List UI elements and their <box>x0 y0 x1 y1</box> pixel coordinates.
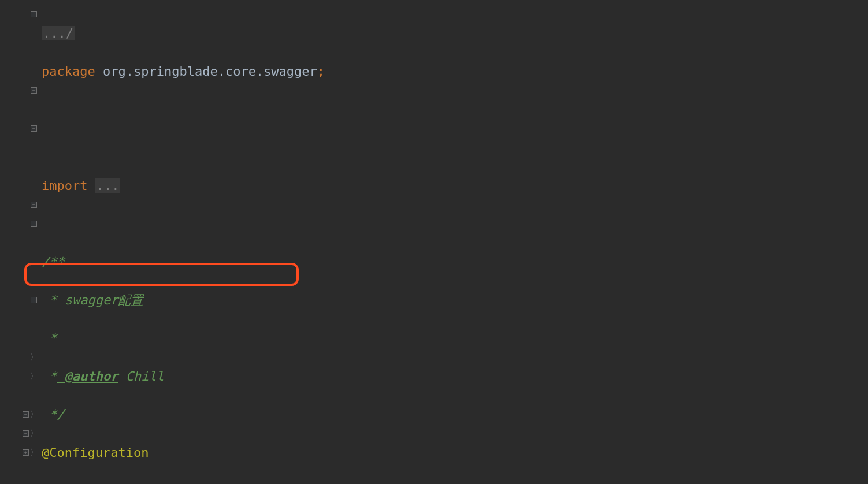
arrow-icon[interactable]: 〉 <box>30 424 37 443</box>
semicolon: ; <box>317 64 325 79</box>
arrow-icon[interactable]: 〉 <box>30 367 37 386</box>
import-keyword: import <box>42 178 87 193</box>
arrow-icon[interactable]: 〉 <box>30 348 37 367</box>
arrow-icon[interactable]: 〉 <box>30 405 37 424</box>
javadoc: */ <box>42 407 65 422</box>
fold-collapse-icon[interactable]: − <box>31 125 37 132</box>
folded-region[interactable]: ... <box>95 178 121 193</box>
annotation: @Configuration <box>42 445 149 460</box>
javadoc: * <box>42 331 57 345</box>
arrow-icon[interactable]: 〉 <box>30 443 37 462</box>
fold-end-icon[interactable]: − <box>23 430 29 437</box>
package-name: org.springblade.core.swagger <box>103 64 317 79</box>
javadoc: * <box>42 369 57 384</box>
fold-expand-icon[interactable]: + <box>23 449 29 456</box>
code-editor: + + − − − − 〉 〉 −〉 −〉 +〉 .../ package or… <box>0 0 868 484</box>
javadoc: /** <box>42 255 65 269</box>
package-keyword: package <box>42 64 95 79</box>
javadoc: * <box>42 293 57 307</box>
fold-end-icon[interactable]: − <box>31 297 37 303</box>
code-area[interactable]: .../ package org.springblade.core.swagge… <box>39 0 681 484</box>
fold-collapse-icon[interactable]: − <box>23 411 29 418</box>
folded-region[interactable]: .../ <box>42 26 75 40</box>
fold-end-icon[interactable]: − <box>31 202 37 208</box>
fold-expand-icon[interactable]: + <box>31 87 37 94</box>
gutter: + + − − − − 〉 〉 −〉 −〉 +〉 <box>0 0 39 484</box>
fold-collapse-icon[interactable]: − <box>31 221 37 227</box>
javadoc-tag: @author <box>57 369 118 384</box>
fold-expand-icon[interactable]: + <box>31 11 37 17</box>
javadoc-text: swagger配置 <box>57 293 144 307</box>
javadoc-author: Chill <box>118 369 164 384</box>
